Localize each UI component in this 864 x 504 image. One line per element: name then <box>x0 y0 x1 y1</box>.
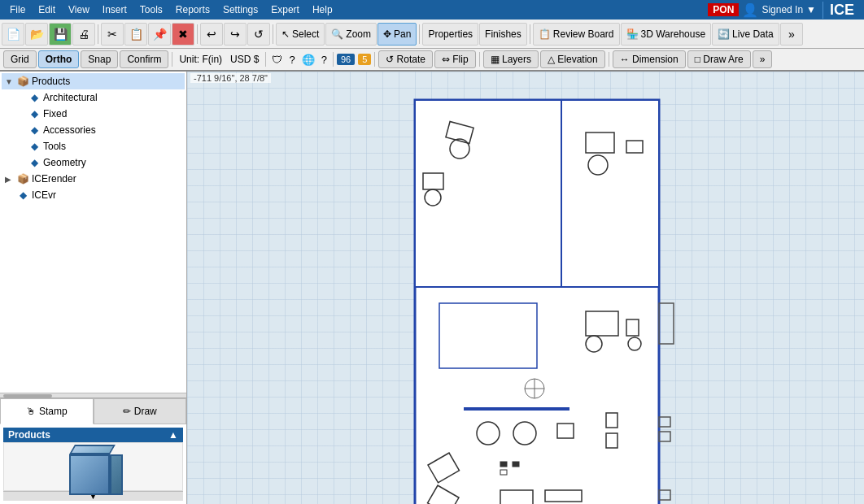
menu-bar: File Edit View Insert Tools Reports Sett… <box>0 0 864 20</box>
products-panel-title: Products <box>8 429 50 441</box>
open-button[interactable]: 📂 <box>25 23 48 46</box>
sep <box>172 52 172 67</box>
finishes-button[interactable]: Finishes <box>479 23 527 46</box>
main-content: ▼ 📦 Products ◆ Architectural ◆ Fixed ◆ A… <box>0 72 864 504</box>
tree-item-icerender[interactable]: ▶ 📦 ICErender <box>2 171 185 187</box>
geometry-label: Geometry <box>43 157 86 168</box>
save-button[interactable]: 💾 <box>49 23 72 46</box>
svg-rect-37 <box>659 432 670 441</box>
tree-item-accessories[interactable]: ◆ Accessories <box>2 122 185 138</box>
rotate-tool[interactable]: ↺ Rotate <box>378 50 433 68</box>
live-data-button[interactable]: 🔄 Live Data <box>712 23 779 46</box>
confirm-button[interactable]: Confirm <box>120 50 168 68</box>
tree-item-fixed[interactable]: ◆ Fixed <box>2 106 185 122</box>
review-board-button[interactable]: 📋 Review Board <box>533 23 620 46</box>
pan-icon: ✥ <box>383 28 391 40</box>
snap-button[interactable]: Snap <box>81 50 118 68</box>
icevr-label: ICEvr <box>32 189 56 201</box>
review-board-label: Review Board <box>553 28 614 40</box>
left-bottom: 🖱 Stamp ✏ Draw Products ▲ <box>0 398 186 504</box>
properties-button[interactable]: Properties <box>422 23 478 46</box>
undo-button[interactable]: ↩ <box>200 23 223 46</box>
flip-tool[interactable]: ⇔ Flip <box>434 50 476 68</box>
redo-button[interactable]: ↪ <box>224 23 247 46</box>
tree-item-tools[interactable]: ◆ Tools <box>2 138 185 154</box>
tools-icon: ◆ <box>28 140 41 153</box>
sep1 <box>98 24 98 44</box>
sep2 <box>265 52 266 67</box>
menu-expert[interactable]: Expert <box>264 2 306 17</box>
help-icon[interactable]: ? <box>286 54 297 66</box>
menu-edit[interactable]: Edit <box>32 2 62 17</box>
select-label: Select <box>292 28 319 40</box>
sep3 <box>333 52 334 67</box>
menu-settings[interactable]: Settings <box>216 2 264 17</box>
products-icon: 📦 <box>16 75 29 88</box>
stamp-tab[interactable]: 🖱 Stamp <box>0 398 94 424</box>
menu-file[interactable]: File <box>3 2 32 17</box>
tree-item-architectural[interactable]: ◆ Architectural <box>2 89 185 106</box>
paste-button[interactable]: 📌 <box>148 23 171 46</box>
tools-label: Tools <box>43 141 66 152</box>
select-tool[interactable]: ↖ Select <box>276 23 325 46</box>
sep6 <box>609 52 609 67</box>
menu-insert[interactable]: Insert <box>96 2 133 17</box>
warehouse-button[interactable]: 🏪 3D Warehouse <box>621 23 712 46</box>
architectural-icon: ◆ <box>28 91 41 104</box>
products-panel: Products ▲ ▼ <box>0 424 186 504</box>
layers-button[interactable]: ▦ Layers <box>483 50 539 68</box>
sep4 <box>374 52 375 67</box>
rotate-button[interactable]: ↺ <box>247 23 270 46</box>
stamp-draw-tabs: 🖱 Stamp ✏ Draw <box>0 398 186 424</box>
menu-reports[interactable]: Reports <box>169 2 216 17</box>
zoom-tool[interactable]: 🔍 Zoom <box>325 23 377 46</box>
tree-item-geometry[interactable]: ◆ Geometry <box>2 154 185 171</box>
menu-help[interactable]: Help <box>306 2 339 17</box>
sep5 <box>530 24 530 44</box>
stamp-label: Stamp <box>39 406 68 417</box>
canvas-area[interactable]: -711 9/16", 28 7/8" <box>187 72 864 504</box>
svg-rect-12 <box>439 303 537 368</box>
accessories-label: Accessories <box>43 124 96 136</box>
pan-tool[interactable]: ✥ Pan <box>377 23 417 46</box>
menu-view[interactable]: View <box>62 2 96 17</box>
ice-logo: ICE <box>823 2 861 19</box>
fixed-label: Fixed <box>43 108 67 119</box>
sep5 <box>479 52 480 67</box>
products-scroll-up[interactable]: ▲ <box>168 429 178 441</box>
svg-rect-38 <box>659 490 670 500</box>
delete-button[interactable]: ✖ <box>172 23 194 46</box>
architectural-label: Architectural <box>43 92 98 103</box>
draw-area-button[interactable]: □ Draw Are <box>687 50 751 68</box>
cut-button[interactable]: ✂ <box>101 23 124 46</box>
count1-badge: 96 <box>337 54 355 65</box>
products-label: Products <box>32 76 70 87</box>
sep4 <box>419 24 420 44</box>
sep3 <box>273 24 273 44</box>
zoom-label: Zoom <box>346 28 371 40</box>
elevation-button[interactable]: △ Elevation <box>540 50 605 68</box>
tree-item-icevr[interactable]: ◆ ICEvr <box>2 187 185 203</box>
signed-in-label[interactable]: Signed In ▼ <box>761 4 816 15</box>
print-button[interactable]: 🖨 <box>72 23 95 46</box>
svg-rect-24 <box>500 462 507 467</box>
menu-tools[interactable]: Tools <box>133 2 169 17</box>
ortho-button[interactable]: Ortho <box>38 50 80 68</box>
more-tools[interactable]: » <box>780 23 803 46</box>
secondary-toolbar: Grid Ortho Snap Confirm Unit: F(in) USD … <box>0 49 864 72</box>
stamp-icon: 🖱 <box>26 406 36 417</box>
copy-button[interactable]: 📋 <box>124 23 147 46</box>
new-button[interactable]: 📄 <box>2 23 24 46</box>
geometry-icon: ◆ <box>28 156 41 169</box>
draw-tab[interactable]: ✏ Draw <box>94 398 187 424</box>
info-icon[interactable]: ? <box>319 54 329 66</box>
dimension-button[interactable]: ↔ Dimension <box>613 50 686 68</box>
scroll-thumb[interactable] <box>3 394 52 398</box>
currency-display: USD $ <box>227 54 262 65</box>
live-data-icon: 🔄 <box>718 28 730 40</box>
tree-item-products[interactable]: ▼ 📦 Products <box>2 73 185 89</box>
grid-button[interactable]: Grid <box>3 50 37 68</box>
more-button[interactable]: » <box>753 50 773 68</box>
review-board-icon: 📋 <box>539 28 551 40</box>
finishes-label: Finishes <box>485 28 521 40</box>
